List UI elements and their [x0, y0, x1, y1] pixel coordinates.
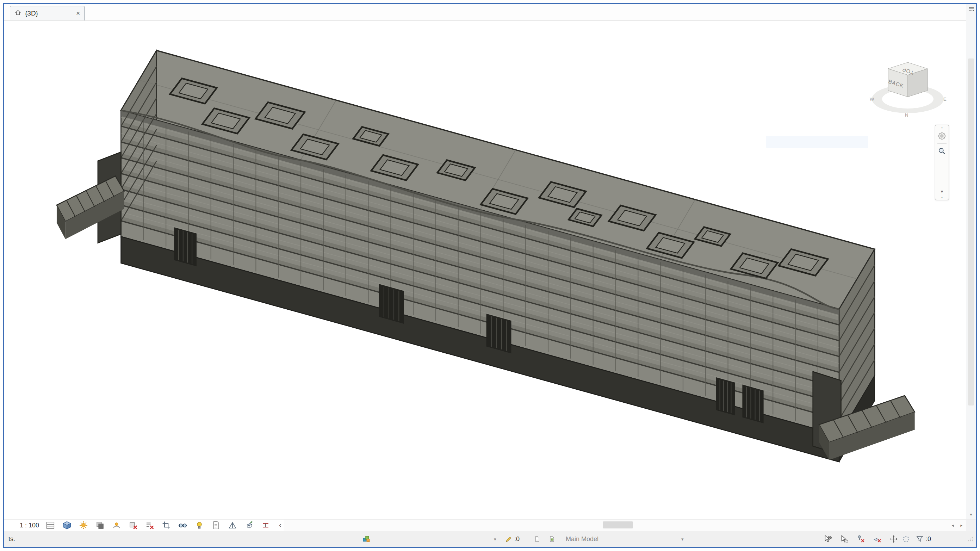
view-control-bar: 1 : 100	[4, 520, 283, 530]
select-links-toggle[interactable]	[823, 535, 832, 543]
compass-n-label: N	[905, 112, 908, 118]
temporary-hide-icon[interactable]	[145, 520, 155, 530]
view-tab-3d[interactable]: {3D} ×	[10, 6, 84, 21]
viewcube[interactable]: W E N S TOP BACK	[865, 45, 950, 121]
selection-toggles	[823, 535, 898, 543]
pencil-icon	[505, 535, 512, 543]
hide-category-icon[interactable]	[128, 520, 138, 530]
navbar-footer-grip-icon[interactable]: ▪	[940, 196, 944, 198]
sun-path-icon[interactable]	[111, 520, 122, 530]
sun-settings-icon[interactable]	[78, 520, 89, 530]
reveal-constraints-icon[interactable]	[260, 520, 271, 530]
zoom-icon[interactable]	[937, 146, 947, 156]
editing-requests-button[interactable]: :0	[505, 535, 520, 543]
navbar-divider	[937, 143, 947, 144]
shadows-icon[interactable]	[95, 520, 105, 530]
3d-model-canvas[interactable]	[4, 21, 966, 519]
compass-w-label: W	[870, 97, 874, 102]
left-column: {3D} × W E N S	[4, 4, 966, 519]
vertical-scroll-thumb[interactable]	[968, 59, 974, 406]
background-processes-icon	[902, 535, 910, 543]
scroll-down-icon[interactable]: ▼	[966, 510, 976, 519]
horizontal-scroll-track[interactable]	[283, 520, 948, 531]
vertical-scrollbar[interactable]: ▼	[966, 4, 976, 519]
navbar-expand-icon[interactable]: ▾	[941, 189, 943, 194]
visual-style-icon[interactable]	[62, 520, 72, 530]
compass-e-label: E	[943, 97, 947, 102]
navbar-grip-icon[interactable]: ▪	[940, 126, 944, 129]
scrollbar-corner	[966, 520, 976, 531]
design-option-dropdown-icon[interactable]: ▾	[681, 537, 684, 542]
editing-requests-count: :0	[514, 535, 520, 543]
scroll-right-icon[interactable]: ►	[957, 520, 966, 531]
vertical-scroll-track[interactable]	[966, 14, 976, 510]
temporary-hide-isolate-icon[interactable]	[178, 520, 188, 530]
show-analytical-model-icon[interactable]	[227, 520, 238, 530]
tab-list-icon[interactable]	[966, 4, 976, 14]
home-3d-view-icon	[14, 9, 21, 18]
navigation-bar[interactable]: ▪ ▾	[935, 125, 949, 200]
revit-drawing-area: {3D} × W E N S	[3, 3, 977, 548]
drag-on-selection-toggle[interactable]	[889, 535, 898, 543]
design-options-doc-icon[interactable]	[533, 535, 542, 543]
workset-dropdown-icon[interactable]: ▾	[494, 537, 496, 542]
view-tab-bar: {3D} ×	[4, 4, 966, 21]
filter-count: :0	[926, 535, 931, 543]
status-bar: ts. ▾ :0 Main Model ▾	[4, 531, 976, 547]
detail-level-icon[interactable]	[45, 520, 56, 530]
crop-view-icon[interactable]	[161, 520, 172, 530]
filter-icon	[916, 535, 924, 543]
design-option-select[interactable]: Main Model	[566, 535, 598, 543]
steering-wheel-icon[interactable]	[937, 131, 947, 141]
filter-button[interactable]: :0	[916, 535, 931, 543]
reveal-hidden-elements-icon[interactable]	[194, 520, 205, 530]
collapse-view-control-bar-icon[interactable]: ‹	[277, 521, 283, 530]
top-row: {3D} × W E N S	[4, 4, 976, 519]
select-underlay-toggle[interactable]	[840, 535, 848, 543]
status-hint-text: ts.	[8, 535, 15, 543]
view-tab-label: {3D}	[25, 10, 38, 17]
close-view-icon[interactable]: ×	[76, 10, 80, 17]
viewport-3d[interactable]: W E N S TOP BACK ▪	[4, 21, 966, 519]
displacement-sets-icon[interactable]	[244, 520, 255, 530]
resize-grip[interactable]	[967, 536, 974, 542]
temporary-view-properties-icon[interactable]	[211, 520, 221, 530]
design-options-icon[interactable]	[548, 535, 557, 543]
scale-button[interactable]: 1 : 100	[20, 522, 39, 529]
horizontal-scroll-thumb[interactable]	[603, 521, 633, 529]
select-pinned-toggle[interactable]	[856, 535, 865, 543]
worksets-icon[interactable]	[362, 535, 371, 543]
select-by-face-toggle[interactable]	[873, 535, 881, 543]
bottom-row: 1 : 100	[4, 519, 976, 531]
building-model[interactable]	[57, 50, 915, 462]
scroll-left-icon[interactable]: ◄	[948, 520, 957, 531]
fading-notification	[766, 136, 868, 148]
